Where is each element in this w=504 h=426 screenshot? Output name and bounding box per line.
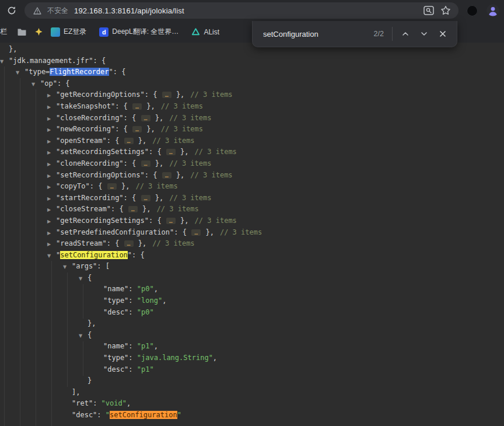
find-close-button[interactable]: [433, 25, 452, 43]
selection-highlight: FlightRecorder: [50, 68, 108, 76]
expand-arrow[interactable]: ▶: [47, 228, 56, 239]
bookmark-item-alist[interactable]: AList: [191, 27, 219, 36]
collapsed-ellipsis[interactable]: …: [107, 183, 117, 190]
indent-guide: [51, 261, 52, 426]
indent-guide: [4, 67, 5, 426]
collapsed-ellipsis[interactable]: …: [124, 138, 134, 144]
item-count-comment: // 3 items: [190, 171, 232, 179]
collapsed-ellipsis[interactable]: …: [141, 160, 150, 167]
collapsed-ellipsis[interactable]: …: [141, 115, 150, 121]
json-line: "desc": "p0": [0, 307, 504, 319]
browser-toolbar: 不安全 192.168.1.3:8161/api/jolokia/list: [0, 0, 504, 21]
item-count-comment: // 3 items: [161, 125, 203, 133]
collapse-arrow[interactable]: ▼: [47, 250, 56, 262]
json-key: "readStream": [56, 239, 107, 247]
bookmark-clipped-label[interactable]: 栏: [0, 27, 9, 37]
json-punct: {: [153, 90, 161, 99]
json-punct: },: [117, 182, 130, 190]
chevron-down-icon: [420, 30, 428, 38]
json-value-string: "void": [102, 399, 127, 407]
expand-arrow[interactable]: ▶: [47, 204, 56, 216]
expand-arrow[interactable]: ▶: [47, 170, 56, 182]
collapse-arrow[interactable]: ▼: [0, 56, 9, 68]
bookmark-star-icon[interactable]: [439, 4, 453, 18]
expand-arrow[interactable]: ▶: [47, 124, 56, 136]
url-text[interactable]: 192.168.1.3:8161/api/jolokia/list: [74, 6, 419, 15]
json-punct: },: [176, 217, 189, 225]
expand-arrow[interactable]: ▶: [47, 239, 56, 250]
find-in-page-bar: setConfiguration 2/2: [252, 21, 457, 47]
collapse-arrow[interactable]: ▼: [32, 79, 40, 90]
json-punct: :: [90, 182, 98, 190]
indent-guide: [20, 78, 20, 426]
json-line: "desc": "setConfiguration": [0, 410, 504, 421]
expand-arrow[interactable]: ▶: [47, 216, 56, 228]
security-label[interactable]: 不安全: [47, 6, 68, 16]
collapsed-ellipsis[interactable]: …: [128, 206, 138, 212]
json-punct: ,: [154, 342, 158, 350]
expand-arrow[interactable]: ▶: [47, 136, 56, 148]
json-value-string: "p1": [137, 342, 154, 350]
json-punct: },: [172, 90, 185, 99]
find-query-input[interactable]: setConfiguration: [263, 30, 318, 39]
json-value-string: "p0": [137, 285, 154, 293]
security-warning-icon[interactable]: [30, 4, 44, 18]
json-value-string: "java.lang.String": [137, 354, 213, 362]
json-line: ▶"setPredefinedConfiguration": { … },// …: [0, 227, 504, 239]
json-line: ▼{: [0, 273, 504, 284]
collapsed-ellipsis[interactable]: …: [132, 103, 142, 110]
json-line: "type": "java.lang.String",: [0, 352, 504, 364]
find-previous-button[interactable]: [396, 25, 415, 43]
collapsed-ellipsis[interactable]: …: [191, 229, 201, 236]
json-punct: {: [124, 125, 132, 133]
json-punct: ,: [213, 354, 217, 362]
bookmarks-folder-icon[interactable]: [17, 28, 27, 36]
collapse-arrow[interactable]: ▼: [79, 273, 88, 285]
json-punct: {: [88, 274, 92, 282]
json-punct: {: [88, 331, 92, 339]
collapsed-ellipsis[interactable]: …: [162, 172, 172, 179]
collapsed-ellipsis[interactable]: …: [132, 126, 142, 132]
json-key: "type": [103, 354, 128, 362]
collapsed-ellipsis[interactable]: …: [124, 240, 134, 247]
extension-icon[interactable]: [467, 5, 478, 16]
json-key: "getRecordingSettings": [56, 217, 149, 225]
reload-icon: [6, 5, 17, 16]
json-punct: :: [174, 228, 182, 236]
json-line: ▶"readStream": { … },// 3 items: [0, 238, 504, 250]
json-line: ],: [0, 387, 504, 399]
expand-arrow[interactable]: ▶: [47, 90, 56, 102]
expand-arrow[interactable]: ▶: [47, 147, 56, 159]
collapse-arrow[interactable]: ▼: [79, 330, 88, 342]
collapsed-ellipsis[interactable]: …: [141, 195, 150, 201]
omnibox[interactable]: 不安全 192.168.1.3:8161/api/jolokia/list: [24, 2, 459, 19]
reload-button[interactable]: [4, 2, 20, 19]
expand-arrow[interactable]: ▶: [47, 113, 56, 125]
find-next-button[interactable]: [415, 25, 433, 43]
json-punct: :: [107, 137, 115, 145]
collapsed-ellipsis[interactable]: …: [166, 149, 176, 155]
expand-arrow[interactable]: ▶: [47, 181, 56, 193]
bookmark-item-ez[interactable]: EZ登录: [51, 27, 86, 37]
json-punct: : {: [113, 68, 126, 76]
json-line: ▼"type=FlightRecorder": {: [0, 67, 504, 78]
json-punct: :: [145, 90, 153, 99]
json-punct: },: [201, 228, 214, 236]
expand-arrow[interactable]: ▶: [47, 193, 56, 205]
json-key: "startRecording": [56, 194, 124, 202]
collapse-arrow[interactable]: ▼: [16, 67, 24, 79]
json-line: "name": "p1",: [0, 341, 504, 352]
expand-arrow[interactable]: ▶: [47, 159, 56, 170]
json-punct: },: [151, 194, 164, 202]
bookmark-item-deepl[interactable]: d DeepL翻译: 全世界…: [99, 27, 178, 37]
sparkle-favicon[interactable]: [34, 27, 43, 36]
json-line: ▶"startRecording": { … },// 3 items: [0, 193, 504, 204]
json-line: ▼"op": {: [0, 78, 504, 90]
expand-arrow[interactable]: ▶: [47, 102, 56, 113]
json-key: "desc": [103, 308, 128, 316]
profile-avatar[interactable]: [487, 4, 499, 17]
collapsed-ellipsis[interactable]: …: [162, 92, 172, 98]
image-search-icon[interactable]: [422, 4, 436, 18]
collapse-arrow[interactable]: ▼: [63, 261, 72, 273]
collapsed-ellipsis[interactable]: …: [166, 218, 176, 224]
